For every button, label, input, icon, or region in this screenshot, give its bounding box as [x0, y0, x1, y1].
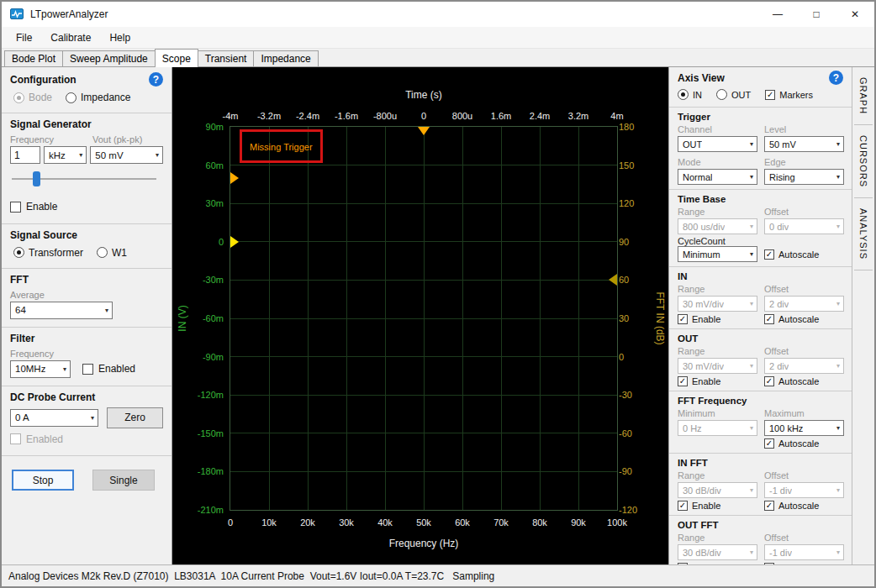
- in-range-select[interactable]: 30 mV/div▾: [678, 296, 757, 312]
- help-icon[interactable]: ?: [829, 71, 843, 85]
- out-offset-select[interactable]: 2 div▾: [764, 358, 844, 374]
- freq-tick: 0: [228, 517, 233, 528]
- w1-radio[interactable]: W1: [97, 247, 127, 259]
- in-fft-range-select[interactable]: 30 dB/div▾: [678, 482, 757, 498]
- time-base-range-value: 800 us/div: [683, 222, 725, 232]
- out-range-select[interactable]: 30 mV/div▾: [678, 358, 757, 374]
- frequency-unit-select[interactable]: kHz▾: [44, 146, 87, 164]
- dc-probe-current-select[interactable]: 0 A▾: [10, 409, 98, 427]
- out-offset-value: 2 div: [769, 361, 789, 371]
- radio-icon: [13, 92, 24, 103]
- scope-plot[interactable]: Time (s) Frequency (Hz) IN (V) FFT IN (d…: [172, 67, 668, 564]
- out-fft-range-select[interactable]: 30 dB/div▾: [678, 544, 757, 560]
- filter-title: Filter: [10, 333, 163, 344]
- chevron-down-icon: ▾: [156, 151, 159, 159]
- bode-radio[interactable]: Bode: [13, 92, 52, 103]
- maximize-icon[interactable]: □: [797, 2, 836, 27]
- tab-sweep-amplitude[interactable]: Sweep Amplitude: [62, 50, 156, 66]
- in-offset-select[interactable]: 2 div▾: [764, 296, 844, 312]
- frequency-input[interactable]: [10, 146, 40, 164]
- trigger-mode-select[interactable]: Normal▾: [678, 169, 757, 185]
- zero-button[interactable]: Zero: [107, 407, 163, 428]
- in-enable-checkbox[interactable]: ✓Enable: [678, 314, 757, 324]
- in-autoscale-label: Autoscale: [778, 314, 819, 324]
- side-tab-graph[interactable]: GRAPH: [854, 67, 873, 125]
- in-offset-marker[interactable]: [230, 236, 239, 248]
- slider-thumb[interactable]: [33, 171, 40, 186]
- filter-enabled-checkbox[interactable]: Enabled: [82, 363, 135, 375]
- trigger-level-marker[interactable]: [230, 172, 239, 184]
- chevron-down-icon: ▾: [750, 549, 753, 556]
- stop-button[interactable]: Stop: [12, 470, 74, 491]
- impedance-radio[interactable]: Impedance: [66, 92, 130, 103]
- in-fft-offset-value: -1 div: [769, 486, 792, 496]
- in-fft-enable-checkbox[interactable]: ✓Enable: [678, 501, 757, 511]
- missing-trigger-text: Missing Trigger: [250, 142, 313, 152]
- side-tab-cursors[interactable]: CURSORS: [854, 125, 873, 198]
- close-icon[interactable]: ✕: [836, 2, 874, 27]
- axis-in-radio[interactable]: IN: [678, 89, 702, 100]
- frequency-slider[interactable]: [12, 171, 161, 187]
- signal-generator-enable-checkbox[interactable]: Enable: [10, 201, 57, 213]
- tab-bode-plot[interactable]: Bode Plot: [4, 50, 63, 66]
- impedance-radio-label: Impedance: [81, 92, 130, 103]
- freq-tick: 100k: [607, 517, 627, 528]
- cyclecount-select[interactable]: Minimum▾: [678, 246, 757, 262]
- in-fft-autoscale-checkbox[interactable]: ✓Autoscale: [764, 501, 844, 511]
- checkbox-icon: ✓: [764, 249, 774, 260]
- chevron-down-icon: ▾: [836, 223, 840, 230]
- time-base-offset-select[interactable]: 0 div▾: [764, 218, 844, 234]
- side-tab-analysis[interactable]: ANALYSIS: [854, 198, 873, 270]
- in-autoscale-checkbox[interactable]: ✓Autoscale: [764, 314, 844, 324]
- signal-generator-title: Signal Generator: [10, 118, 163, 130]
- w1-label: W1: [112, 247, 127, 259]
- chevron-down-icon: ▾: [750, 300, 753, 307]
- tab-scope[interactable]: Scope: [155, 49, 198, 67]
- markers-checkbox[interactable]: ✓Markers: [765, 90, 813, 100]
- fft-maximum-select[interactable]: 100 kHz▾: [764, 420, 844, 436]
- time-base-section: Time Base Range Offset 800 us/div▾ 0 div…: [669, 190, 852, 267]
- trigger-edge-select[interactable]: Rising▾: [764, 169, 844, 185]
- axis-out-label: OUT: [731, 90, 751, 100]
- trigger-level-select[interactable]: 50 mV▾: [764, 136, 844, 152]
- out-title: OUT: [678, 333, 843, 344]
- fft-average-select[interactable]: 64▾: [10, 302, 113, 319]
- radio-icon: [678, 89, 689, 100]
- trigger-edge-label: Edge: [764, 157, 844, 167]
- fft-frequency-autoscale-checkbox[interactable]: ✓Autoscale: [764, 438, 844, 449]
- configuration-panel: Configuration ? Bode Impedance Signal Ge…: [2, 67, 172, 564]
- time-base-offset-value: 0 div: [769, 222, 789, 232]
- out-fft-offset-select[interactable]: -1 div▾: [764, 544, 844, 560]
- time-base-range-select[interactable]: 800 us/div▾: [678, 218, 757, 234]
- out-enable-checkbox[interactable]: ✓Enable: [678, 376, 757, 386]
- help-icon[interactable]: ?: [149, 72, 163, 87]
- trigger-position-marker[interactable]: [418, 127, 430, 135]
- in-fft-offset-select[interactable]: -1 div▾: [764, 482, 844, 498]
- fft-tick: 60: [619, 275, 629, 285]
- window-controls: — □ ✕: [758, 2, 874, 27]
- time-tick: -2.4m: [296, 111, 319, 121]
- out-fft-section: OUT FFT Range Offset 30 dB/div▾ -1 div▾ …: [669, 516, 852, 564]
- plot-grid[interactable]: Time (s) Frequency (Hz) IN (V) FFT IN (d…: [230, 126, 618, 511]
- fft-minimum-select[interactable]: 0 Hz▾: [678, 420, 757, 436]
- out-autoscale-checkbox[interactable]: ✓Autoscale: [764, 376, 844, 386]
- minimize-icon[interactable]: —: [758, 2, 797, 27]
- time-tick: 4m: [610, 111, 623, 121]
- filter-frequency-select[interactable]: 10MHz▾: [10, 360, 71, 378]
- out-section: OUT Range Offset 30 mV/div▾ 2 div▾ ✓Enab…: [669, 329, 852, 391]
- vout-select[interactable]: 50 mV▾: [90, 146, 163, 164]
- bode-radio-label: Bode: [29, 92, 52, 103]
- transformer-radio[interactable]: Transformer: [13, 247, 83, 259]
- in-tick: -180m: [198, 466, 224, 476]
- tab-impedance[interactable]: Impedance: [253, 50, 318, 66]
- menu-file[interactable]: File: [7, 29, 41, 47]
- time-base-autoscale-checkbox[interactable]: ✓Autoscale: [764, 249, 844, 260]
- app-window: LTpowerAnalyzer — □ ✕ File Calibrate Hel…: [0, 0, 876, 588]
- fft-offset-marker[interactable]: [609, 274, 617, 286]
- menu-help[interactable]: Help: [100, 29, 140, 47]
- single-button[interactable]: Single: [92, 470, 155, 491]
- axis-out-radio[interactable]: OUT: [716, 89, 751, 100]
- trigger-channel-select[interactable]: OUT▾: [678, 136, 757, 152]
- tab-transient[interactable]: Transient: [198, 50, 255, 66]
- menu-calibrate[interactable]: Calibrate: [41, 29, 100, 47]
